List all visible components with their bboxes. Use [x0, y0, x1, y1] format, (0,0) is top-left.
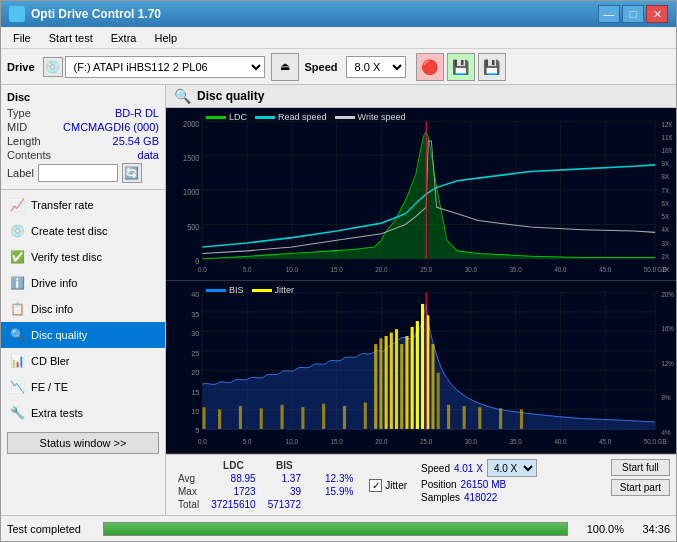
time-text: 34:36 [630, 523, 670, 535]
menu-start-test[interactable]: Start test [41, 30, 101, 46]
avg-bis: 1.37 [262, 472, 307, 485]
svg-text:8X: 8X [661, 173, 669, 182]
svg-rect-76 [379, 338, 382, 429]
legend-bis: BIS [206, 285, 244, 295]
charts-area: LDC Read speed Write speed [166, 108, 676, 454]
status-window-button[interactable]: Status window >> [7, 432, 159, 454]
drive-info-icon: ℹ️ [9, 275, 25, 291]
legend-bis-label: BIS [229, 285, 244, 295]
cd-bler-icon: 📊 [9, 353, 25, 369]
progress-text: 100.0% [574, 523, 624, 535]
svg-text:20%: 20% [661, 291, 674, 298]
drive-label: Drive [7, 61, 35, 73]
legend-jitter: Jitter [252, 285, 295, 295]
sidebar-item-disc-quality[interactable]: 🔍 Disc quality [1, 322, 165, 348]
svg-text:25: 25 [191, 348, 199, 357]
sidebar-item-extra-tests[interactable]: 🔧 Extra tests [1, 400, 165, 426]
svg-text:40: 40 [191, 290, 199, 299]
svg-text:30.0: 30.0 [465, 438, 477, 445]
maximize-button[interactable]: □ [622, 5, 644, 23]
main-window: Opti Drive Control 1.70 — □ ✕ File Start… [0, 0, 677, 542]
svg-rect-90 [478, 407, 481, 429]
sidebar-item-fe-te-label: FE / TE [31, 381, 68, 393]
eject-button[interactable]: ⏏ [271, 53, 299, 81]
speed-select[interactable]: 8.0 X [346, 56, 406, 78]
menu-file[interactable]: File [5, 30, 39, 46]
svg-text:2000: 2000 [183, 118, 200, 129]
position-label: Position [421, 479, 457, 490]
legend-read-label: Read speed [278, 112, 327, 122]
close-button[interactable]: ✕ [646, 5, 668, 23]
svg-text:5.0: 5.0 [243, 438, 252, 445]
sidebar-item-drive-info[interactable]: ℹ️ Drive info [1, 270, 165, 296]
svg-text:50.0 GB: 50.0 GB [644, 265, 667, 274]
svg-text:4%: 4% [661, 428, 670, 435]
sidebar-item-disc-quality-label: Disc quality [31, 329, 87, 341]
row-max-label: Max [172, 485, 205, 498]
svg-text:11X: 11X [661, 133, 672, 142]
svg-text:50.0 GB: 50.0 GB [644, 438, 667, 445]
disc-info-icon: 📋 [9, 301, 25, 317]
disc-label-input[interactable] [38, 164, 118, 182]
svg-text:3X: 3X [661, 239, 669, 248]
max-ldc: 1723 [205, 485, 262, 498]
sidebar-item-verify-test-disc[interactable]: ✅ Verify test disc [1, 244, 165, 270]
disc-quality-header-icon: 🔍 [174, 88, 191, 104]
jitter-checkbox[interactable]: ✓ [369, 479, 382, 492]
stats-panel: LDC BIS Avg 88.95 1.37 12.3% [166, 454, 676, 515]
svg-text:0.0: 0.0 [198, 265, 207, 274]
start-full-button[interactable]: Start full [611, 459, 670, 476]
menu-help[interactable]: Help [146, 30, 185, 46]
disc-contents-value: data [138, 149, 159, 161]
sidebar-item-disc-info[interactable]: 📋 Disc info [1, 296, 165, 322]
svg-text:35.0: 35.0 [510, 265, 522, 274]
sidebar-item-create-test-disc[interactable]: 💿 Create test disc [1, 218, 165, 244]
svg-rect-91 [499, 408, 502, 429]
svg-text:10X: 10X [661, 146, 672, 155]
legend-jitter-label: Jitter [275, 285, 295, 295]
bottom-bar: Test completed 100.0% 34:36 [1, 515, 676, 541]
svg-text:8%: 8% [661, 394, 670, 401]
sidebar-item-transfer-rate[interactable]: 📈 Transfer rate [1, 192, 165, 218]
svg-text:20: 20 [191, 368, 199, 377]
menu-extra[interactable]: Extra [103, 30, 145, 46]
progress-bar-fill [104, 523, 567, 535]
toolbar-btn-3[interactable]: 💾 [478, 53, 506, 81]
svg-text:40.0: 40.0 [554, 265, 566, 274]
toolbar-btn-1[interactable]: 🔴 [416, 53, 444, 81]
svg-text:30.0: 30.0 [465, 265, 477, 274]
svg-rect-69 [260, 408, 263, 429]
speed-dropdown[interactable]: 4.0 X [487, 459, 537, 477]
svg-rect-72 [322, 404, 325, 429]
main-content: Disc Type BD-R DL MID CMCMAGDI6 (000) Le… [1, 85, 676, 515]
stats-table: LDC BIS Avg 88.95 1.37 12.3% [172, 459, 359, 511]
disc-quality-icon: 🔍 [9, 327, 25, 343]
legend-ldc: LDC [206, 112, 247, 122]
svg-rect-82 [411, 327, 414, 429]
svg-rect-75 [374, 344, 377, 429]
start-part-button[interactable]: Start part [611, 479, 670, 496]
legend-write-label: Write speed [358, 112, 406, 122]
chart1-svg: 2000 1500 1000 500 0 12X 11X 10X 9X 8X 7… [166, 108, 676, 280]
chart1-container: LDC Read speed Write speed [166, 108, 676, 281]
disc-length-row: Length 25.54 GB [7, 135, 159, 147]
sidebar-item-verify-label: Verify test disc [31, 251, 102, 263]
svg-rect-79 [395, 329, 398, 429]
sidebar-item-cd-bler[interactable]: 📊 CD Bler [1, 348, 165, 374]
speed-static-label: Speed [421, 463, 450, 474]
window-title: Opti Drive Control 1.70 [31, 7, 161, 21]
minimize-button[interactable]: — [598, 5, 620, 23]
disc-info-title: Disc [7, 91, 159, 103]
avg-ldc: 88.95 [205, 472, 262, 485]
drive-icon: 💿 [43, 57, 63, 77]
svg-text:5.0: 5.0 [243, 265, 252, 274]
disc-label-icon-btn[interactable]: 🔄 [122, 163, 142, 183]
svg-rect-84 [421, 304, 424, 429]
disc-mid-label: MID [7, 121, 27, 133]
toolbar-btn-2[interactable]: 💾 [447, 53, 475, 81]
svg-text:20.0: 20.0 [375, 265, 387, 274]
sidebar-item-fe-te[interactable]: 📉 FE / TE [1, 374, 165, 400]
verify-test-disc-icon: ✅ [9, 249, 25, 265]
drive-select[interactable]: (F:) ATAPI iHBS112 2 PL06 [65, 56, 265, 78]
disc-quality-header: 🔍 Disc quality [166, 85, 676, 108]
